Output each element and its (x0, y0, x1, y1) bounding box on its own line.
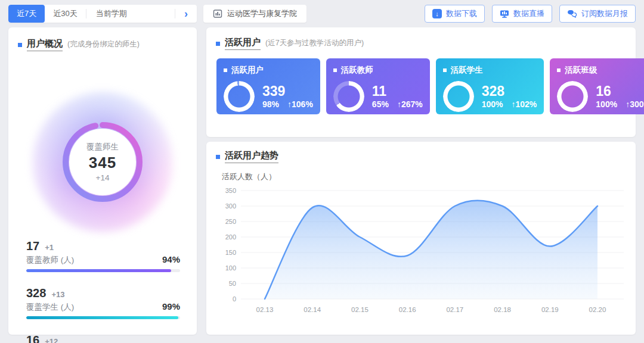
card-growth: ↑267% (397, 99, 423, 109)
svg-text:02.18: 02.18 (494, 306, 511, 313)
action-buttons: ↓ 数据下载 数据直播 订阅数据月报 (425, 5, 636, 23)
svg-text:02.13: 02.13 (256, 306, 274, 313)
date-range-tab-group: 近7天 近30天 当前学期 › (8, 5, 197, 23)
stat-delta: +12 (45, 337, 58, 343)
stat-delta: +1 (45, 243, 54, 252)
stat-percent: 94% (162, 254, 180, 264)
stat-row-teachers: 17 +1 覆盖教师 (人) 94% (26, 239, 180, 272)
monitor-icon (500, 10, 509, 18)
card-percent: 100% (596, 99, 617, 109)
stat-delta: +13 (51, 290, 64, 299)
stat-row-students: 328 +13 覆盖学生 (人) 99% (26, 286, 180, 319)
coverage-stats: 17 +1 覆盖教师 (人) 94% 328 +13 覆盖学生 (人) 99% … (26, 239, 180, 343)
card-title: 活跃教师 (341, 65, 373, 76)
card-title: 活跃学生 (451, 65, 483, 76)
svg-text:350: 350 (225, 187, 236, 194)
chart-board-icon (213, 9, 222, 18)
data-download-button[interactable]: ↓ 数据下载 (425, 5, 485, 23)
card-value: 339 (262, 84, 313, 98)
card-ring (333, 81, 364, 112)
bullet-icon (333, 68, 337, 72)
card-growth: ↑102% (512, 99, 537, 109)
svg-text:02.16: 02.16 (399, 306, 416, 313)
trend-chart: 05010015020025030035002.1302.1402.1502.1… (215, 181, 627, 324)
subscribe-monthly-report-button[interactable]: 订阅数据月报 (559, 5, 636, 23)
stat-label: 覆盖教师 (人) (26, 255, 74, 266)
card-value: 16 (596, 84, 644, 98)
chat-icon (567, 10, 577, 18)
donut-value: 345 (89, 154, 116, 172)
svg-text:150: 150 (225, 249, 236, 256)
panel-title: 活跃用户趋势 (225, 150, 278, 163)
stat-row-classes: 16 +12 覆盖教学班 (个) 59% (26, 333, 180, 343)
active-user-cards: 活跃用户 339 98%↑106% 活跃教师 11 65%↑267% 活跃学生 (216, 58, 626, 114)
card-ring (443, 81, 474, 112)
stat-label: 覆盖学生 (人) (26, 302, 74, 313)
stat-value: 17 (26, 239, 39, 253)
bullet-icon (18, 43, 22, 47)
card-percent: 100% (482, 99, 503, 109)
card-active-teachers: 活跃教师 11 65%↑267% (326, 58, 430, 114)
card-title: 活跃用户 (231, 65, 264, 76)
card-value: 11 (372, 84, 423, 98)
svg-text:0: 0 (233, 295, 236, 303)
progress-bar (26, 316, 180, 319)
bullet-icon (216, 155, 220, 159)
svg-text:02.19: 02.19 (541, 306, 559, 313)
tab-current-semester[interactable]: 当前学期 (86, 5, 175, 23)
active-users-trend-panel: 活跃用户趋势 活跃人数（人） 05010015020025030035002.1… (206, 142, 636, 335)
svg-text:200: 200 (225, 233, 236, 241)
bullet-icon (224, 68, 227, 72)
svg-text:100: 100 (225, 264, 236, 272)
card-percent: 98% (262, 99, 279, 109)
card-active-students: 活跃学生 328 100%↑102% (436, 58, 544, 114)
bullet-icon (216, 42, 220, 46)
card-title: 活跃班级 (565, 65, 597, 76)
stat-percent: 99% (162, 301, 180, 311)
donut-center: 覆盖师生 345 +14 (69, 129, 136, 195)
bullet-icon (557, 68, 561, 72)
card-growth: ↑106% (287, 99, 313, 109)
svg-text:300: 300 (225, 202, 236, 210)
card-ring (557, 81, 588, 112)
stat-value: 328 (26, 286, 46, 300)
svg-text:02.14: 02.14 (304, 306, 321, 313)
svg-text:02.15: 02.15 (351, 306, 369, 313)
panel-subtitle: (完成身份绑定的师生) (67, 39, 140, 49)
svg-text:02.17: 02.17 (446, 306, 463, 313)
card-growth: ↑300% (626, 99, 644, 109)
svg-text:50: 50 (229, 280, 236, 287)
tab-last-7-days[interactable]: 近7天 (8, 5, 45, 23)
card-active-users: 活跃用户 339 98%↑106% (216, 58, 320, 114)
download-icon: ↓ (432, 9, 442, 18)
user-overview-panel: 用户概况 (完成身份绑定的师生) 覆盖师生 345 +14 17 +1 (8, 27, 197, 335)
card-ring (224, 81, 255, 112)
bullet-icon (443, 68, 447, 72)
card-active-classes: 活跃班级 16 100%↑300% (550, 58, 644, 114)
stat-value: 16 (26, 333, 39, 343)
coverage-donut: 覆盖师生 345 +14 (32, 92, 173, 232)
svg-text:02.20: 02.20 (589, 306, 606, 313)
card-percent: 65% (372, 99, 389, 109)
data-live-button[interactable]: 数据直播 (492, 5, 552, 23)
card-value: 328 (482, 84, 537, 98)
progress-bar (26, 269, 180, 272)
svg-text:250: 250 (225, 218, 236, 225)
donut-delta: +14 (96, 173, 110, 182)
school-name: 运动医学与康复学院 (227, 8, 297, 19)
donut-label: 覆盖师生 (86, 142, 119, 152)
chevron-right-icon[interactable]: › (175, 5, 197, 23)
panel-title: 用户概况 (27, 38, 63, 51)
active-users-panel: 活跃用户 (近7天参与过教学活动的用户) 活跃用户 339 98%↑106% 活… (206, 27, 636, 137)
tab-last-30-days[interactable]: 近30天 (45, 5, 85, 23)
panel-header: 用户概况 (完成身份绑定的师生) (8, 27, 197, 51)
panel-header: 活跃用户趋势 (206, 142, 636, 163)
panel-header: 活跃用户 (近7天参与过教学活动的用户) (206, 27, 636, 50)
panel-title: 活跃用户 (225, 37, 261, 50)
school-selector[interactable]: 运动医学与康复学院 (203, 5, 306, 23)
panel-subtitle: (近7天参与过教学活动的用户) (265, 38, 364, 48)
